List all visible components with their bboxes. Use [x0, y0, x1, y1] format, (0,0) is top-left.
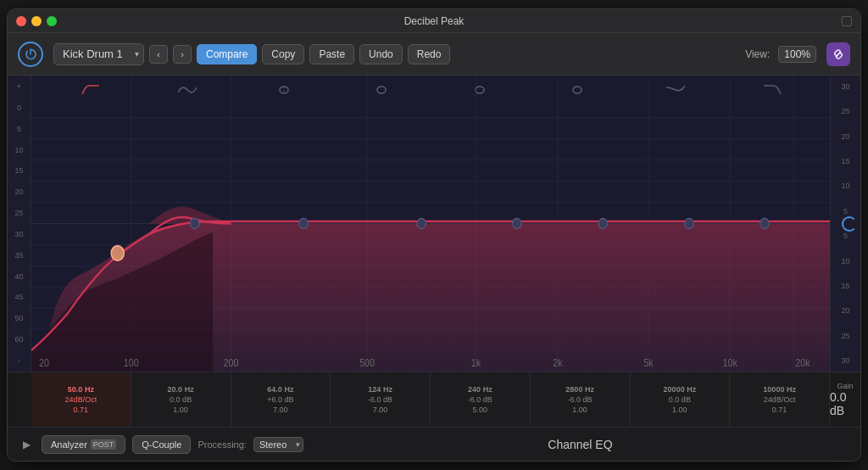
- processing-select[interactable]: Stereo: [253, 437, 303, 452]
- band4-db: -6.0 dB: [368, 395, 392, 404]
- band3-cell[interactable]: 64.0 Hz +6.0 dB 7.00: [231, 372, 331, 427]
- svg-text:20: 20: [39, 356, 49, 368]
- svg-text:500: 500: [359, 356, 375, 368]
- band8-cell[interactable]: 10000 Hz 24dB/Oct 0.71: [730, 372, 830, 427]
- svg-text:2k: 2k: [553, 356, 562, 368]
- label-50: 50: [14, 314, 23, 322]
- rl-5b: 5: [843, 232, 848, 240]
- band2-db: 0.0 dB: [170, 395, 192, 404]
- band-controls: 50.0 Hz 24dB/Oct 0.71 20.0 Hz 0.0 dB 1.0…: [8, 372, 860, 427]
- band2-cell[interactable]: 20.0 Hz 0.0 dB 1.00: [131, 372, 231, 427]
- view-label: View:: [745, 48, 770, 60]
- band4-control[interactable]: [417, 218, 426, 228]
- maximize-dot[interactable]: [47, 16, 57, 26]
- band7-q: 1.00: [672, 406, 687, 414]
- rl-10a: 10: [841, 182, 849, 190]
- svg-text:10k: 10k: [723, 356, 737, 368]
- q-couple-button[interactable]: Q-Couple: [132, 435, 191, 454]
- nav-prev-button[interactable]: ‹: [149, 45, 168, 64]
- label-40: 40: [14, 272, 23, 281]
- svg-text:100: 100: [124, 356, 139, 368]
- undo-button[interactable]: Undo: [359, 44, 403, 64]
- preset-dropdown[interactable]: Kick Drum 1: [53, 43, 144, 65]
- label-0: 0: [17, 104, 21, 112]
- band7-cell[interactable]: 20000 Hz 0.0 dB 1.00: [631, 372, 731, 427]
- band1-control[interactable]: [111, 246, 124, 260]
- label-10: 10: [14, 146, 23, 154]
- title-bar: Decibel Peak: [8, 9, 860, 33]
- band5-cell[interactable]: 240 Hz -6.0 dB 5.00: [431, 372, 531, 427]
- band1-db: 24dB/Oct: [65, 395, 97, 404]
- rl-20a: 20: [841, 132, 849, 141]
- band5-q: 5.00: [473, 406, 488, 414]
- band-info-row: 50.0 Hz 24dB/Oct 0.71 20.0 Hz 0.0 dB 1.0…: [31, 372, 830, 427]
- band1-q: 0.71: [74, 406, 89, 414]
- nav-next-button[interactable]: ›: [173, 45, 192, 64]
- toolbar: Kick Drum 1 ▾ ‹ › Compare Copy Paste Und…: [8, 33, 860, 76]
- rl-25b: 25: [841, 332, 849, 340]
- band2-freq: 20.0 Hz: [168, 385, 194, 394]
- eq-left-labels: + 0 5 10 15 20 25 30 35 40 45 50 60 -: [8, 76, 31, 372]
- rl-5a: 5: [843, 207, 848, 215]
- band5-db: -6.0 dB: [468, 395, 492, 404]
- redo-button[interactable]: Redo: [408, 44, 451, 64]
- close-dot[interactable]: [16, 16, 26, 26]
- band2-control[interactable]: [190, 218, 199, 228]
- band8-db: 24dB/Oct: [764, 395, 796, 404]
- link-icon: [832, 48, 845, 61]
- gain-display: Gain 0.0 dB: [830, 372, 860, 427]
- compare-button[interactable]: Compare: [197, 44, 257, 64]
- band7-db: 0.0 dB: [669, 395, 691, 404]
- band3-freq: 64.0 Hz: [267, 385, 293, 394]
- label-25: 25: [14, 209, 23, 217]
- power-icon: [25, 48, 36, 60]
- processing-label: Processing:: [198, 439, 246, 450]
- power-button[interactable]: [18, 42, 43, 67]
- band1-freq: 50.0 Hz: [68, 385, 94, 394]
- band6-q: 1.00: [572, 406, 587, 414]
- band4-freq: 124 Hz: [368, 385, 392, 394]
- band8-control[interactable]: [760, 218, 770, 228]
- minimize-dot[interactable]: [31, 16, 42, 26]
- band6-freq: 2800 Hz: [565, 385, 594, 394]
- band4-q: 7.00: [373, 406, 388, 414]
- label-45: 45: [14, 293, 23, 301]
- label-5: 5: [17, 125, 21, 133]
- gain-value: 0.0 dB: [830, 390, 860, 417]
- band4-cell[interactable]: 124 Hz -6.0 dB 7.00: [331, 372, 431, 427]
- eq-canvas[interactable]: 20 100 200 500 1k 2k 5k 10k 20k: [31, 76, 830, 372]
- rl-15a: 15: [841, 157, 849, 165]
- post-badge: POST: [91, 439, 117, 450]
- expand-icon[interactable]: [842, 16, 852, 26]
- band1-cell[interactable]: 50.0 Hz 24dB/Oct 0.71: [31, 372, 131, 427]
- link-button[interactable]: [826, 42, 850, 66]
- svg-text:200: 200: [224, 356, 239, 368]
- band8-freq: 10000 Hz: [763, 385, 796, 394]
- band5-freq: 240 Hz: [468, 385, 492, 394]
- channel-eq-label: Channel EQ: [310, 438, 850, 451]
- analyzer-label: Analyzer: [51, 439, 87, 450]
- preset-container: Kick Drum 1 ▾: [53, 43, 144, 65]
- copy-button[interactable]: Copy: [262, 44, 304, 64]
- band3-q: 7.00: [273, 406, 288, 414]
- q-couple-label: Q-Couple: [142, 439, 181, 450]
- svg-text:1k: 1k: [471, 356, 481, 368]
- eq-right-labels: 30 25 20 15 10 5 5 10 15 20 25 30: [830, 76, 860, 372]
- rl-25a: 25: [841, 107, 849, 115]
- band5-control[interactable]: [512, 218, 521, 228]
- window-title: Decibel Peak: [404, 15, 465, 27]
- gain-label: Gain: [837, 382, 853, 390]
- band7-control[interactable]: [685, 218, 694, 228]
- view-value[interactable]: 100%: [778, 46, 816, 63]
- eq-area: + 0 5 10 15 20 25 30 35 40 45 50 60 -: [8, 76, 860, 372]
- paste-button[interactable]: Paste: [309, 44, 354, 64]
- play-button[interactable]: ▶: [18, 436, 35, 453]
- band6-db: -6.0 dB: [568, 395, 593, 404]
- band3-control[interactable]: [299, 218, 309, 228]
- band6-cell[interactable]: 2800 Hz -6.0 dB 1.00: [531, 372, 631, 427]
- label-20: 20: [14, 187, 23, 196]
- band6-control[interactable]: [598, 218, 608, 228]
- band3-db: +6.0 dB: [267, 395, 293, 404]
- loop-icon[interactable]: [842, 216, 857, 232]
- analyzer-button[interactable]: Analyzer POST: [42, 435, 125, 454]
